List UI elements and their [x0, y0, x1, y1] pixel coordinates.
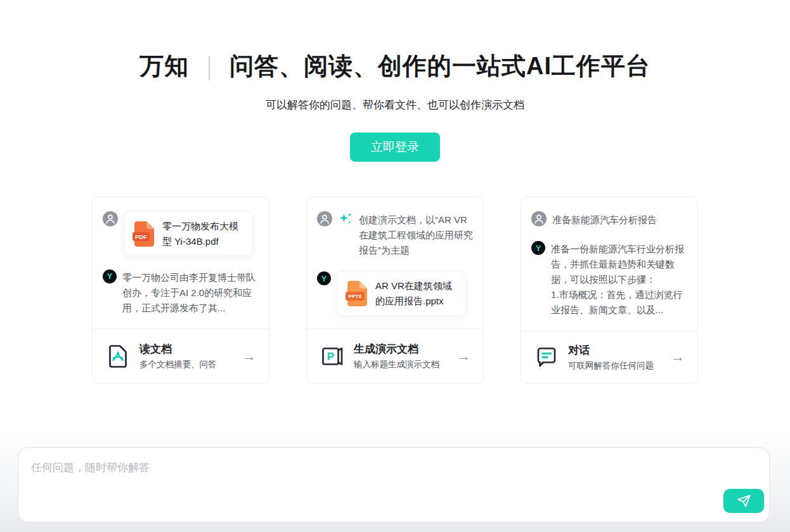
pdf-file-icon: PDF	[133, 221, 155, 247]
arrow-right-icon[interactable]: →	[242, 349, 256, 363]
chat-bubble-icon	[534, 344, 559, 370]
feature-cards: PDF 零一万物发布大模型 Yi-34B.pdf Y 零一万物公司由李开复博士带…	[0, 197, 790, 384]
page-title-text: 问答、阅读、创作的一站式AI工作平台	[230, 53, 651, 79]
card-chat[interactable]: 准备新能源汽车分析报告 Y 准备一份新能源汽车行业分析报告，并抓住最新趋势和关键…	[521, 197, 698, 384]
card-generate-presentation[interactable]: 创建演示文档，以“AR VR在建筑工程领域的应用研究报告”为主题 Y PPTX …	[306, 197, 484, 384]
ai-message-text: 准备一份新能源汽车行业分析报告，并抓住最新趋势和关键数据，可以按照以下步骤： 1…	[551, 240, 687, 318]
page-title: 万知｜问答、阅读、创作的一站式AI工作平台	[0, 52, 790, 81]
footer-texts: 读文档 多个文档摘要、问答	[139, 342, 217, 370]
footer-subtitle: 多个文档摘要、问答	[139, 359, 217, 370]
title-separator: ｜	[197, 53, 221, 79]
pdf-file-name: 零一万物发布大模型 Yi-34B.pdf	[162, 219, 244, 249]
card-chat-preview: PDF 零一万物发布大模型 Yi-34B.pdf Y 零一万物公司由李开复博士带…	[93, 197, 269, 328]
svg-text:PPTX: PPTX	[349, 294, 363, 299]
arrow-right-icon[interactable]: →	[457, 349, 470, 363]
arrow-right-icon[interactable]: →	[671, 350, 685, 364]
user-avatar-icon	[317, 211, 332, 226]
pptx-file-icon: PPTX	[346, 281, 368, 306]
question-input[interactable]	[18, 448, 769, 522]
card-chat-preview: 准备新能源汽车分析报告 Y 准备一份新能源汽车行业分析报告，并抓住最新趋势和关键…	[521, 197, 697, 330]
user-message-text: 创建演示文档，以“AR VR在建筑工程领域的应用研究报告”为主题	[359, 211, 473, 258]
question-composer	[18, 447, 770, 522]
footer-texts: 生成演示文档 输入标题生成演示文档	[354, 342, 439, 370]
read-document-icon	[105, 344, 131, 369]
footer-title: 读文档	[139, 342, 217, 356]
page-subtitle: 可以解答你的问题、帮你看文件、也可以创作演示文档	[0, 98, 790, 112]
user-message-row: PDF 零一万物发布大模型 Yi-34B.pdf	[103, 211, 259, 256]
pptx-file-name: AR VR在建筑领域的应用报告.pptx	[375, 278, 457, 308]
footer-texts: 对话 可联网解答你任何问题	[568, 343, 654, 372]
pdf-file-chip[interactable]: PDF 零一万物发布大模型 Yi-34B.pdf	[124, 211, 253, 256]
user-avatar-icon	[531, 211, 547, 226]
card-chat-preview: 创建演示文档，以“AR VR在建筑工程领域的应用研究报告”为主题 Y PPTX …	[307, 197, 483, 328]
footer-title: 对话	[568, 343, 654, 358]
card-footer-chat[interactable]: 对话 可联网解答你任何问题 →	[521, 330, 697, 383]
sparkles-icon	[338, 211, 353, 226]
ai-avatar-icon: Y	[103, 269, 117, 283]
card-footer-generate-presentation[interactable]: P 生成演示文档 输入标题生成演示文档 →	[307, 328, 483, 383]
ai-avatar-icon: Y	[317, 271, 331, 285]
footer-subtitle: 可联网解答你任何问题	[568, 360, 654, 372]
send-button[interactable]	[723, 489, 764, 513]
user-avatar-icon	[103, 211, 118, 226]
card-footer-read-document[interactable]: 读文档 多个文档摘要、问答 →	[93, 328, 269, 383]
svg-text:PDF: PDF	[135, 233, 147, 240]
footer-title: 生成演示文档	[354, 342, 439, 356]
user-message-row: 创建演示文档，以“AR VR在建筑工程领域的应用研究报告”为主题	[317, 211, 473, 258]
paper-plane-icon	[735, 493, 752, 509]
ai-message-text: 零一万物公司由李开复博士带队创办，专注于AI 2.0的研究和应用，正式开源发布了…	[122, 269, 259, 316]
brand-name: 万知	[139, 53, 189, 79]
footer-subtitle: 输入标题生成演示文档	[354, 359, 439, 370]
card-read-document[interactable]: PDF 零一万物发布大模型 Yi-34B.pdf Y 零一万物公司由李开复博士带…	[92, 197, 269, 384]
login-button[interactable]: 立即登录	[350, 133, 440, 162]
presentation-icon: P	[320, 344, 345, 369]
hero-section: 万知｜问答、阅读、创作的一站式AI工作平台 可以解答你的问题、帮你看文件、也可以…	[0, 0, 790, 162]
svg-text:P: P	[327, 351, 334, 363]
ai-message-row: Y PPTX AR VR在建筑领域的应用报告.pptx	[317, 271, 473, 316]
user-message-row: 准备新能源汽车分析报告	[531, 211, 687, 228]
ai-message-row: Y 零一万物公司由李开复博士带队创办，专注于AI 2.0的研究和应用，正式开源发…	[103, 269, 259, 316]
ai-avatar-icon: Y	[531, 241, 545, 255]
pptx-file-chip[interactable]: PPTX AR VR在建筑领域的应用报告.pptx	[337, 271, 466, 316]
user-message-text: 准备新能源汽车分析报告	[552, 211, 657, 228]
ai-message-row: Y 准备一份新能源汽车行业分析报告，并抓住最新趋势和关键数据，可以按照以下步骤：…	[531, 240, 687, 318]
